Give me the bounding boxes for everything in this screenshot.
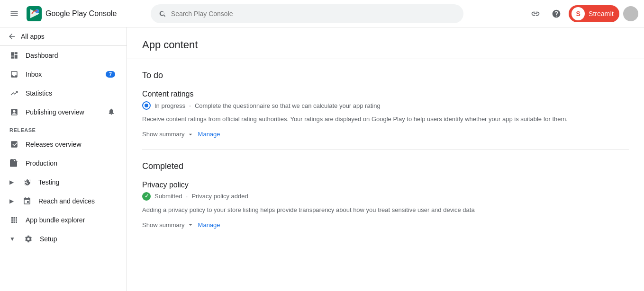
sidebar-item-publishing-overview[interactable]: Publishing overview [0, 103, 123, 122]
show-summary-button[interactable]: Show summary [142, 131, 194, 138]
dashboard-icon [9, 51, 19, 60]
sidebar-item-label: Publishing overview [26, 108, 84, 116]
releases-icon [9, 140, 19, 149]
sidebar-item-label: Testing [38, 178, 59, 186]
help-icon-button[interactable] [548, 5, 565, 22]
reach-icon [22, 196, 32, 206]
main-content: App content To do Content ratings In pro… [127, 27, 644, 291]
privacy-policy-actions: Show summary Manage [142, 221, 629, 229]
testing-icon [22, 177, 32, 187]
content-ratings-card: Content ratings In progress · Complete t… [142, 90, 629, 138]
app-chip-icon: S [571, 7, 585, 20]
production-icon [9, 159, 19, 168]
privacy-policy-manage-link[interactable]: Manage [198, 221, 220, 229]
search-input[interactable] [171, 10, 456, 18]
sidebar-item-label: Setup [40, 235, 57, 243]
status-submitted-label: Submitted [154, 193, 182, 200]
content-ratings-actions: Show summary Manage [142, 131, 629, 138]
page-header: App content [127, 27, 644, 59]
inbox-badge: 7 [106, 71, 115, 78]
status-done-icon: ✓ [142, 192, 151, 201]
status-dot-2: · [186, 193, 188, 200]
logo-text: Google Play Console [45, 9, 117, 18]
status-progress-icon [142, 101, 151, 110]
section-divider [142, 150, 629, 150]
status-added-text: Privacy policy added [191, 193, 248, 200]
completed-section-title: Completed [142, 161, 629, 171]
privacy-policy-title: Privacy policy [142, 181, 629, 189]
status-in-progress-label: In progress [154, 102, 185, 109]
privacy-policy-status: ✓ Submitted · Privacy policy added [142, 192, 629, 201]
status-dot: · [189, 102, 191, 109]
search-icon [158, 9, 166, 18]
testing-chevron-icon: ▶ [9, 179, 14, 185]
sidebar-item-app-bundle-explorer[interactable]: App bundle explorer [0, 211, 123, 229]
avatar[interactable] [623, 6, 638, 21]
all-apps-label: All apps [21, 33, 45, 40]
setup-chevron-icon: ▼ [9, 236, 15, 242]
back-arrow-icon [8, 32, 16, 41]
sidebar-item-testing[interactable]: ▶ Testing [0, 173, 123, 192]
sidebar-item-label: Statistics [26, 89, 52, 97]
inbox-icon [9, 70, 19, 79]
content-ratings-manage-link[interactable]: Manage [198, 131, 220, 138]
sidebar-item-label: Releases overview [26, 141, 82, 148]
chevron-down-icon [187, 131, 194, 138]
content-ratings-status: In progress · Complete the questionnaire… [142, 101, 629, 110]
search-bar[interactable] [151, 4, 463, 23]
bell-icon [108, 108, 115, 117]
link-icon-button[interactable] [527, 5, 544, 22]
content-ratings-desc: Receive content ratings from official ra… [142, 115, 569, 124]
app-chip-name: StreamIt [589, 10, 614, 18]
sidebar-item-setup[interactable]: ▼ Setup [0, 229, 123, 248]
all-apps-link[interactable]: All apps [0, 27, 127, 46]
svg-point-3 [628, 9, 633, 14]
logo[interactable]: Google Play Console [27, 6, 117, 21]
sidebar-item-label: Reach and devices [38, 197, 95, 205]
layout: All apps Dashboard Inbox 7 [0, 27, 644, 291]
bundle-icon [9, 215, 19, 225]
app-chip[interactable]: S StreamIt [569, 5, 619, 22]
sidebar-item-label: Inbox [26, 71, 42, 78]
sidebar-item-releases-overview[interactable]: Releases overview [0, 135, 123, 154]
todo-section-title: To do [142, 71, 629, 80]
chevron-down-icon-2 [187, 221, 194, 229]
privacy-policy-card: Privacy policy ✓ Submitted · Privacy pol… [142, 181, 629, 229]
content-ratings-title: Content ratings [142, 90, 629, 98]
sidebar-item-reach-devices[interactable]: ▶ Reach and devices [0, 192, 123, 211]
page-title: App content [142, 39, 629, 51]
sidebar-item-label: Production [26, 159, 57, 167]
sidebar-item-production[interactable]: Production [0, 154, 123, 173]
publishing-icon [9, 107, 19, 117]
sidebar-item-label: App bundle explorer [26, 216, 85, 224]
setup-icon [24, 234, 33, 244]
statistics-icon [9, 88, 19, 98]
privacy-policy-desc: Adding a privacy policy to your store li… [142, 205, 569, 215]
sidebar-item-inbox[interactable]: Inbox 7 [0, 65, 123, 84]
menu-icon[interactable] [6, 5, 23, 22]
status-detail-text: Complete the questionnaire so that we ca… [195, 102, 381, 109]
sidebar-item-label: Dashboard [26, 52, 58, 59]
sidebar-item-statistics[interactable]: Statistics [0, 84, 123, 103]
privacy-show-summary-button[interactable]: Show summary [142, 221, 194, 229]
sidebar: All apps Dashboard Inbox 7 [0, 27, 127, 291]
reach-chevron-icon: ▶ [9, 198, 14, 204]
sidebar-item-dashboard[interactable]: Dashboard [0, 46, 123, 65]
topbar: Google Play Console S StreamIt [0, 0, 644, 27]
topbar-right: S StreamIt [527, 5, 638, 22]
release-section-label: Release [0, 122, 127, 135]
content-area: To do Content ratings In progress · Comp… [127, 59, 644, 244]
